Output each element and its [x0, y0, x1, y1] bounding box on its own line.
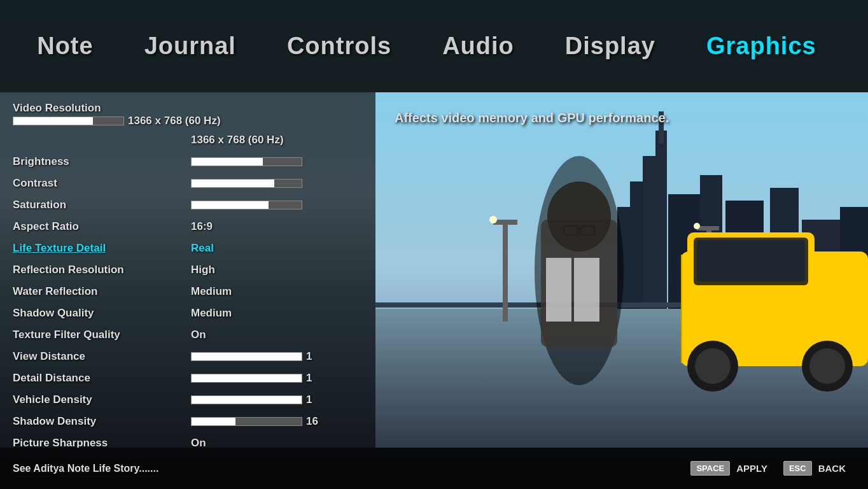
setting-row: Water ReflectionMedium: [13, 283, 363, 301]
setting-value: Real: [191, 242, 214, 255]
setting-row: Texture Filter QualityOn: [13, 326, 363, 344]
setting-label[interactable]: Contrast: [13, 177, 191, 190]
setting-value: 1: [306, 350, 312, 363]
setting-label[interactable]: Life Texture Detail: [13, 242, 191, 255]
slider-bar[interactable]: [191, 157, 302, 166]
setting-label[interactable]: Reflection Resolution: [13, 264, 191, 276]
setting-label[interactable]: Texture Filter Quality: [13, 329, 191, 341]
svg-rect-11: [655, 131, 667, 309]
setting-label[interactable]: Brightness: [13, 155, 191, 168]
setting-label[interactable]: Shadow Density: [13, 415, 191, 428]
svg-rect-14: [503, 220, 508, 322]
svg-rect-26: [546, 258, 571, 322]
setting-subrow: 1366 x 768 (60 Hz): [13, 131, 363, 149]
setting-row: Saturation: [13, 196, 363, 214]
nav-item-note[interactable]: Note: [11, 26, 118, 66]
resolution-value: 1366 x 768 (60 Hz): [191, 134, 284, 146]
svg-point-22: [547, 181, 611, 252]
slider-fill: [192, 418, 235, 425]
setting-label[interactable]: Shadow Quality: [13, 307, 191, 320]
setting-label[interactable]: Water Reflection: [13, 285, 191, 298]
info-panel: Affects video memory and GPU performance…: [382, 92, 868, 143]
slider-container: [191, 157, 302, 166]
slider-container: [191, 201, 302, 209]
slider-bar[interactable]: [191, 352, 302, 361]
svg-rect-18: [697, 226, 719, 230]
nav-item-story[interactable]: Story: [842, 26, 868, 66]
key-label: APPLY: [736, 463, 767, 474]
setting-label[interactable]: Saturation: [13, 199, 191, 211]
nav-item-journal[interactable]: Journal: [119, 26, 262, 66]
slider-fill: [192, 158, 263, 166]
slider-bar[interactable]: [191, 417, 302, 426]
slider-container: 1: [191, 372, 312, 385]
nav-items-list: MapNoteJournalControlsAudioDisplayGraphi…: [0, 26, 868, 66]
setting-label[interactable]: Aspect Ratio: [13, 220, 191, 233]
setting-row: Brightness: [13, 153, 363, 171]
setting-value: 1: [306, 393, 312, 406]
key-label: BACK: [818, 463, 846, 474]
setting-value: 1366 x 768 (60 Hz): [128, 115, 221, 127]
scene-overlay: [375, 92, 868, 448]
setting-row: Life Texture DetailReal: [13, 239, 363, 257]
svg-rect-32: [697, 240, 805, 281]
svg-point-16: [489, 216, 497, 223]
nav-item-graphics[interactable]: Graphics: [681, 26, 842, 66]
setting-row: Shadow QualityMedium: [13, 304, 363, 322]
slider-container: [191, 179, 302, 188]
svg-point-19: [694, 223, 700, 229]
key-badge: SPACE: [690, 461, 730, 476]
slider-container: 1: [191, 350, 312, 363]
top-navigation: MapNoteJournalControlsAudioDisplayGraphi…: [0, 0, 868, 92]
setting-value: 16: [306, 415, 318, 428]
setting-value: On: [191, 329, 206, 341]
setting-row: Picture SharpnessOn: [13, 434, 363, 448]
setting-value: High: [191, 264, 215, 276]
slider-fill: [192, 396, 302, 404]
setting-label[interactable]: Vehicle Density: [13, 393, 191, 406]
setting-row: Vehicle Density1: [13, 391, 363, 409]
slider-container: 1366 x 768 (60 Hz): [13, 115, 221, 127]
setting-label[interactable]: Video Resolution: [13, 102, 191, 115]
settings-panel: Video Resolution1366 x 768 (60 Hz)1366 x…: [0, 92, 375, 448]
slider-bar[interactable]: [191, 395, 302, 404]
nav-item-audio[interactable]: Audio: [417, 26, 540, 66]
nav-item-display[interactable]: Display: [540, 26, 681, 66]
setting-row: View Distance1: [13, 348, 363, 365]
slider-bar[interactable]: [13, 117, 124, 125]
setting-row: Contrast: [13, 174, 363, 192]
setting-row: Reflection ResolutionHigh: [13, 261, 363, 279]
slider-bar[interactable]: [191, 179, 302, 188]
setting-value: 1: [306, 372, 312, 385]
slider-bar[interactable]: [191, 201, 302, 209]
setting-label[interactable]: Detail Distance: [13, 372, 191, 385]
setting-value: Medium: [191, 307, 232, 320]
svg-point-34: [695, 348, 731, 384]
slider-container: 16: [191, 415, 318, 428]
svg-rect-31: [681, 255, 682, 363]
svg-rect-27: [574, 258, 599, 322]
setting-row: Video Resolution1366 x 768 (60 Hz): [13, 102, 363, 127]
setting-value: On: [191, 437, 206, 448]
setting-label[interactable]: View Distance: [13, 350, 191, 363]
setting-row: Detail Distance1: [13, 369, 363, 387]
slider-fill: [192, 353, 302, 360]
slider-container: 1: [191, 393, 312, 406]
setting-row: Aspect Ratio16:9: [13, 218, 363, 236]
setting-label[interactable]: Picture Sharpness: [13, 437, 191, 448]
slider-fill: [192, 201, 269, 209]
slider-fill: [192, 180, 274, 187]
bottom-controls: SPACEAPPLYESCBACK: [690, 461, 855, 476]
setting-value: 16:9: [191, 220, 213, 233]
slider-bar[interactable]: [191, 374, 302, 383]
nav-item-controls[interactable]: Controls: [262, 26, 417, 66]
key-badge: ESC: [783, 461, 812, 476]
slider-fill: [192, 374, 302, 382]
setting-row: Shadow Density16: [13, 413, 363, 430]
bottom-hint: See Aditya Note Life Story.......: [13, 463, 158, 474]
svg-point-36: [809, 348, 845, 384]
slider-fill: [13, 117, 93, 125]
nav-item-map[interactable]: Map: [0, 26, 11, 66]
bottom-bar: See Aditya Note Life Story....... SPACEA…: [0, 448, 868, 489]
info-text: Affects video memory and GPU performance…: [395, 111, 669, 125]
